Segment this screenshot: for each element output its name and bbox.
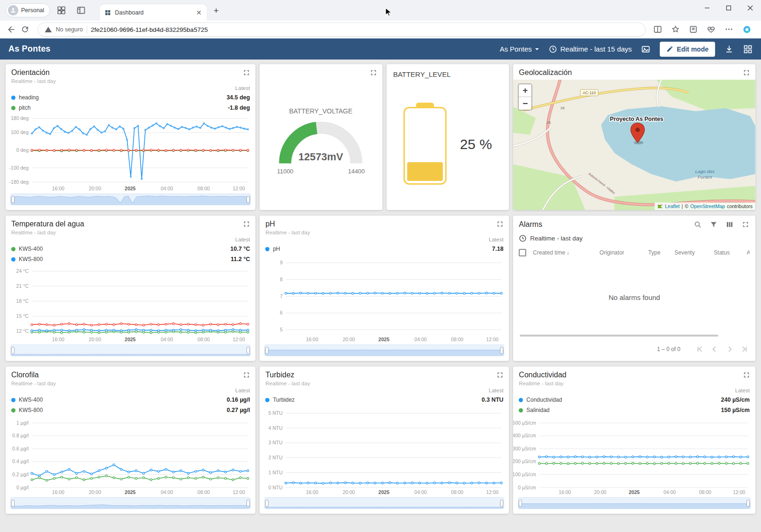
- search-icon[interactable]: [694, 220, 702, 229]
- svg-text:3 NTU: 3 NTU: [269, 440, 283, 445]
- openstreetmap-link[interactable]: OpenStreetMap: [690, 203, 725, 209]
- leaflet-link[interactable]: Leaflet: [665, 203, 680, 209]
- legend-item[interactable]: KWS-8000.27 µg/l: [11, 405, 250, 415]
- svg-text:21 °C: 21 °C: [16, 283, 29, 289]
- back-button[interactable]: [7, 25, 16, 34]
- preview-handle-right[interactable]: [246, 196, 250, 203]
- legend-item[interactable]: pH7.18: [265, 244, 503, 254]
- download-icon[interactable]: [724, 45, 734, 54]
- time-preview-bar[interactable]: [10, 497, 251, 509]
- time-preview-bar[interactable]: [518, 497, 751, 509]
- fullscreen-icon[interactable]: [741, 220, 750, 229]
- workspaces-icon[interactable]: [57, 6, 66, 15]
- svg-text:2025: 2025: [629, 489, 640, 495]
- fullscreen-icon[interactable]: [242, 371, 251, 379]
- preview-handle-left[interactable]: [11, 500, 15, 507]
- first-page-icon[interactable]: [694, 343, 706, 355]
- preview-handle-left[interactable]: [519, 500, 522, 507]
- road-exit-number: 26: [547, 120, 551, 125]
- copilot-icon[interactable]: [742, 25, 752, 34]
- browser-tab-dashboard[interactable]: Dashboard ✕: [100, 4, 207, 21]
- favorites-icon[interactable]: [671, 25, 680, 34]
- time-preview-bar[interactable]: [264, 345, 504, 356]
- time-preview-bar[interactable]: [10, 345, 251, 356]
- edit-mode-button[interactable]: Edit mode: [660, 42, 715, 57]
- filter-icon[interactable]: [709, 220, 718, 229]
- manage-layouts-icon[interactable]: [743, 45, 753, 54]
- legend-item[interactable]: KWS-40010.7 °C: [11, 244, 250, 254]
- svg-text:20:00: 20:00: [594, 489, 606, 495]
- settings-menu-icon[interactable]: [724, 25, 734, 34]
- fullscreen-icon[interactable]: [369, 68, 378, 77]
- column-header-created-time[interactable]: Created time↓: [533, 249, 599, 256]
- legend-item[interactable]: KWS-80011.2 °C: [11, 254, 250, 264]
- maximize-button[interactable]: [718, 0, 739, 16]
- columns-icon[interactable]: [725, 220, 734, 229]
- fullscreen-icon[interactable]: [496, 220, 504, 228]
- preview-handle-right[interactable]: [246, 500, 250, 507]
- widget-subtitle: Realtime - last day: [11, 381, 56, 386]
- svg-text:100 deg: 100 deg: [11, 129, 29, 135]
- svg-text:20:00: 20:00: [89, 337, 101, 342]
- dashboard-image-icon[interactable]: [641, 45, 650, 54]
- site-warning-icon[interactable]: [45, 26, 52, 33]
- split-screen-icon[interactable]: [653, 25, 663, 34]
- widget-turbidez: Turbidez Realtime - last day LatestTurbi…: [260, 367, 509, 514]
- widget-subtitle: Realtime - last day: [11, 230, 84, 235]
- legend-item[interactable]: Conductividad240 µS/cm: [519, 395, 750, 405]
- column-header-originator[interactable]: Originator: [599, 249, 648, 256]
- preview-handle-left[interactable]: [11, 196, 15, 203]
- legend-item[interactable]: Turbidez0.3 NTU: [265, 395, 503, 405]
- close-button[interactable]: [739, 0, 761, 16]
- legend-item[interactable]: Salinidad150 µS/cm: [519, 405, 750, 415]
- svg-text:-100 deg: -100 deg: [9, 165, 29, 171]
- preview-handle-right[interactable]: [746, 500, 750, 507]
- legend-item[interactable]: KWS-4000.16 µg/l: [11, 395, 250, 405]
- timewindow-button[interactable]: Realtime - last 15 days: [549, 45, 632, 53]
- refresh-button[interactable]: [21, 25, 30, 34]
- widget-title: Turbidez: [265, 371, 310, 379]
- next-page-icon[interactable]: [724, 343, 736, 355]
- fullscreen-icon[interactable]: [742, 371, 751, 379]
- new-tab-button[interactable]: +: [209, 4, 223, 17]
- zoom-in-button[interactable]: +: [519, 84, 531, 97]
- fullscreen-icon[interactable]: [496, 371, 504, 379]
- timeseries-chart: 500 µS/cm400 µS/cm300 µS/cm200 µS/cm100 …: [513, 416, 754, 496]
- select-all-checkbox[interactable]: [519, 249, 526, 256]
- column-header-assig[interactable]: Assig: [746, 249, 750, 256]
- fullscreen-icon[interactable]: [742, 68, 751, 77]
- preview-handle-left[interactable]: [265, 347, 269, 354]
- time-preview-bar[interactable]: [10, 194, 251, 205]
- svg-text:5 NTU: 5 NTU: [269, 410, 283, 416]
- collections-icon[interactable]: [689, 25, 698, 34]
- preview-handle-right[interactable]: [500, 347, 503, 354]
- tab-list-icon[interactable]: [76, 6, 86, 15]
- last-page-icon[interactable]: [739, 343, 751, 355]
- previous-page-icon[interactable]: [709, 343, 721, 355]
- security-label: No seguro: [56, 26, 83, 33]
- profile-button[interactable]: Personal: [6, 3, 50, 17]
- entity-select[interactable]: As Pontes: [500, 45, 539, 53]
- fullscreen-icon[interactable]: [242, 68, 251, 77]
- widget-subtitle: Realtime - last day: [265, 381, 310, 386]
- minimize-button[interactable]: [696, 0, 718, 16]
- horizontal-scrollbar[interactable]: [520, 335, 718, 337]
- alarms-timewindow-button[interactable]: Realtime - last day: [513, 229, 755, 245]
- zoom-out-button[interactable]: −: [519, 97, 531, 110]
- browser-essentials-icon[interactable]: [707, 25, 716, 34]
- fullscreen-icon[interactable]: [242, 220, 251, 228]
- time-preview-bar[interactable]: [264, 497, 504, 509]
- svg-text:11000: 11000: [277, 168, 293, 175]
- preview-handle-right[interactable]: [500, 500, 503, 507]
- url-field[interactable]: No seguro 2fe21060-9696-11ef-bd4d-832295…: [37, 22, 646, 37]
- tab-close-icon[interactable]: ✕: [194, 8, 203, 17]
- column-header-type[interactable]: Type: [648, 249, 674, 256]
- map-canvas[interactable]: AC-110 26 26 Autovía Ferrol - Vilalba La…: [513, 80, 755, 210]
- preview-handle-left[interactable]: [11, 347, 15, 354]
- column-header-severity[interactable]: Severity: [674, 249, 714, 256]
- preview-handle-left[interactable]: [265, 500, 269, 507]
- column-header-status[interactable]: Status: [714, 249, 746, 256]
- legend-item[interactable]: heading34.5 deg: [11, 92, 250, 103]
- legend-item[interactable]: pitch-1.8 deg: [11, 103, 250, 113]
- preview-handle-right[interactable]: [246, 347, 250, 354]
